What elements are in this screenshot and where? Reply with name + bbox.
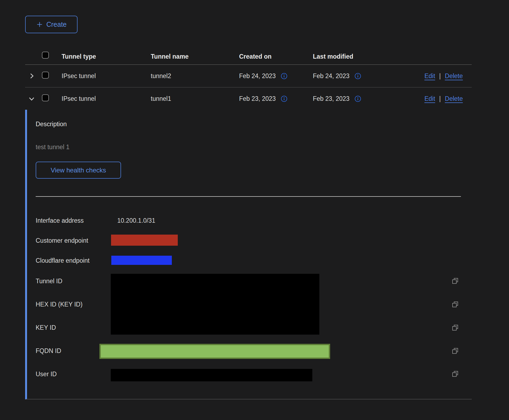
copy-icon[interactable] — [451, 370, 459, 378]
table-row: IPsec tunnel tunnel2 Feb 24, 2023 Feb 24… — [25, 65, 472, 88]
info-icon[interactable] — [281, 73, 287, 79]
select-row-checkbox[interactable] — [42, 94, 49, 101]
last-modified-cell: Feb 23, 2023 — [309, 95, 424, 102]
fqdn-id-label: FQDN ID — [36, 347, 61, 355]
cloudflare-endpoint-label: Cloudflare endpoint — [36, 257, 89, 264]
tunnel-id-label: Tunnel ID — [36, 278, 62, 285]
key-id-label: KEY ID — [36, 324, 56, 331]
tunnel-type-cell: IPsec tunnel — [58, 72, 147, 80]
column-header-tunnel-name: Tunnel name — [147, 53, 235, 60]
column-header-last-modified: Last modified — [309, 53, 472, 60]
description-label: Description — [36, 121, 67, 128]
edit-link[interactable]: Edit — [424, 72, 435, 80]
copy-icon[interactable] — [451, 277, 459, 285]
info-icon[interactable] — [354, 73, 361, 79]
actions-separator: | — [439, 72, 441, 80]
cloudflare-endpoint-redaction — [111, 256, 172, 265]
customer-endpoint-redaction — [111, 235, 178, 246]
edit-link[interactable]: Edit — [424, 95, 435, 102]
copy-icon[interactable] — [451, 324, 459, 331]
create-button[interactable]: Create — [25, 16, 78, 33]
chevron-down-icon[interactable] — [28, 95, 35, 102]
last-modified-cell: Feb 24, 2023 — [309, 72, 424, 80]
user-id-label: User ID — [36, 371, 57, 378]
section-divider — [36, 196, 461, 197]
chevron-right-icon[interactable] — [28, 72, 35, 80]
copy-icon[interactable] — [451, 347, 459, 355]
id-values-redaction — [111, 274, 319, 335]
view-health-checks-button[interactable]: View health checks — [36, 162, 121, 179]
select-all-checkbox[interactable] — [42, 52, 49, 59]
interface-address-value: 10.200.1.0/31 — [117, 217, 155, 224]
row-actions: Edit | Delete — [424, 95, 472, 102]
description-value: test tunnel 1 — [36, 144, 69, 151]
column-header-created-on: Created on — [235, 53, 309, 60]
actions-separator: | — [439, 95, 441, 102]
tunnel-type-cell: IPsec tunnel — [58, 95, 147, 102]
created-on-date: Feb 24, 2023 — [239, 72, 276, 80]
plus-icon — [36, 21, 43, 28]
tunnel-name-cell: tunnel2 — [147, 72, 235, 80]
row-actions: Edit | Delete — [424, 72, 472, 80]
hex-id-label: HEX ID (KEY ID) — [36, 301, 82, 308]
customer-endpoint-label: Customer endpoint — [36, 237, 88, 244]
tunnel-name-cell: tunnel1 — [147, 95, 235, 102]
last-modified-date: Feb 23, 2023 — [313, 95, 350, 102]
create-button-label: Create — [46, 21, 66, 28]
interface-address-label: Interface address — [36, 217, 84, 224]
info-icon[interactable] — [354, 95, 361, 102]
last-modified-date: Feb 24, 2023 — [313, 72, 350, 80]
user-id-redaction — [111, 369, 312, 381]
info-icon[interactable] — [281, 95, 287, 102]
view-health-checks-label: View health checks — [51, 166, 106, 174]
fqdn-id-redaction — [99, 344, 330, 359]
delete-link[interactable]: Delete — [445, 72, 463, 80]
select-row-checkbox[interactable] — [42, 72, 49, 79]
tunnel-table: Tunnel type Tunnel name Created on Last … — [25, 41, 472, 399]
created-on-date: Feb 23, 2023 — [239, 95, 276, 102]
created-on-cell: Feb 23, 2023 — [235, 95, 309, 102]
table-header-row: Tunnel type Tunnel name Created on Last … — [25, 41, 472, 65]
tunnel-details-panel: Description test tunnel 1 View health ch… — [25, 110, 472, 399]
created-on-cell: Feb 24, 2023 — [235, 72, 309, 80]
copy-icon[interactable] — [451, 301, 459, 308]
column-header-tunnel-type: Tunnel type — [58, 53, 147, 60]
delete-link[interactable]: Delete — [445, 95, 463, 102]
table-row: IPsec tunnel tunnel1 Feb 23, 2023 Feb 23… — [25, 88, 472, 110]
